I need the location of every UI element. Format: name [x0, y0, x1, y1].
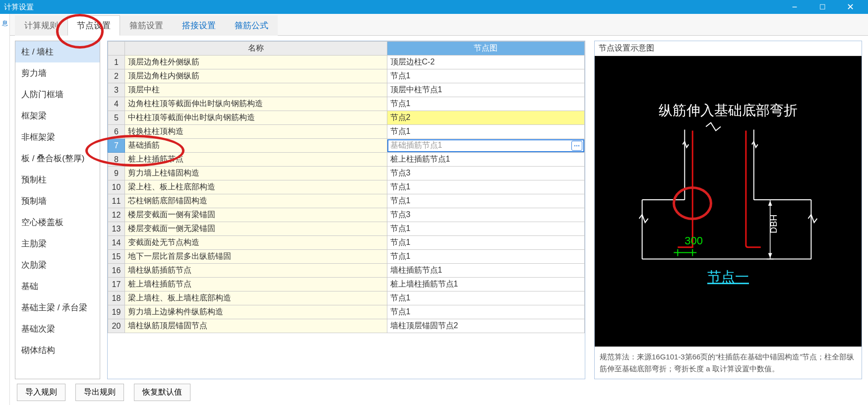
sidebar-item-0[interactable]: 柱 / 墙柱 — [15, 41, 100, 62]
import-rules-button[interactable]: 导入规则 — [17, 384, 65, 401]
sidebar-item-13[interactable]: 基础次梁 — [15, 318, 100, 340]
restore-defaults-button[interactable]: 恢复默认值 — [134, 384, 190, 401]
row-name[interactable]: 基础插筋 — [125, 139, 387, 153]
sidebar-item-4[interactable]: 非框架梁 — [15, 126, 100, 148]
row-node[interactable]: 节点1 — [387, 97, 584, 111]
sidebar-item-11[interactable]: 基础 — [15, 276, 100, 297]
export-rules-button[interactable]: 导出规则 — [75, 384, 124, 401]
table-row[interactable]: 8桩上柱插筋节点桩上柱插筋节点1 — [108, 153, 585, 167]
row-node[interactable]: 节点3 — [387, 208, 584, 222]
row-name[interactable]: 芯柱钢筋底部锚固构造 — [125, 194, 387, 208]
table-row[interactable]: 1顶层边角柱外侧纵筋顶层边柱C-2 — [108, 56, 585, 69]
row-node[interactable]: 节点1 — [387, 125, 584, 139]
diagram-dimension-value: 300 — [684, 234, 703, 247]
row-name[interactable]: 桩上柱插筋节点 — [125, 153, 387, 167]
row-node[interactable]: 节点1 — [387, 291, 584, 305]
table-row[interactable]: 6转换柱柱顶构造节点1 — [108, 125, 585, 139]
sidebar-item-2[interactable]: 人防门框墙 — [15, 84, 100, 105]
row-name[interactable]: 梁上墙柱、板上墙柱底部构造 — [125, 291, 387, 305]
row-number: 11 — [108, 194, 125, 208]
minimize-button[interactable] — [781, 0, 808, 14]
table-row[interactable]: 12楼层变截面一侧有梁锚固节点3 — [108, 208, 585, 222]
row-name[interactable]: 变截面处无节点构造 — [125, 236, 387, 250]
sidebar-item-1[interactable]: 剪力墙 — [15, 62, 100, 84]
sidebar-item-5[interactable]: 板 / 叠合板(整厚) — [15, 148, 100, 169]
row-name[interactable]: 中柱柱顶等截面伸出时纵向钢筋构造 — [125, 111, 387, 125]
row-name[interactable]: 梁上柱、板上柱底部构造 — [125, 180, 387, 194]
table-row[interactable]: 15地下一层比首层多出纵筋锚固节点1 — [108, 250, 585, 264]
row-node[interactable]: 顶层中柱节点1 — [387, 83, 584, 97]
tab-4[interactable]: 箍筋公式 — [225, 15, 278, 36]
tab-1[interactable]: 节点设置 — [67, 15, 120, 36]
sidebar-item-12[interactable]: 基础主梁 / 承台梁 — [15, 297, 100, 318]
row-name[interactable]: 剪力墙上边缘构件纵筋构造 — [125, 305, 387, 319]
cell-editor[interactable]: 基础插筋节点1⋯ — [387, 139, 584, 152]
row-node[interactable]: 节点1 — [387, 180, 584, 194]
row-node[interactable]: 桩上墙柱插筋节点1 — [387, 278, 584, 291]
table-row[interactable]: 3顶层中柱顶层中柱节点1 — [108, 83, 585, 97]
row-name[interactable]: 桩上墙柱插筋节点 — [125, 278, 387, 291]
table-row[interactable]: 11芯柱钢筋底部锚固构造节点1 — [108, 194, 585, 208]
table-row[interactable]: 16墙柱纵筋插筋节点墙柱插筋节点1 — [108, 264, 585, 278]
table-row[interactable]: 7基础插筋基础插筋节点1⋯ — [108, 139, 585, 153]
sidebar-item-6[interactable]: 预制柱 — [15, 169, 100, 190]
row-name[interactable]: 顶层边角柱外侧纵筋 — [125, 56, 387, 69]
row-node[interactable]: 节点1 — [387, 69, 584, 83]
tab-3[interactable]: 搭接设置 — [173, 15, 225, 36]
table-row[interactable]: 19剪力墙上边缘构件纵筋构造节点1 — [108, 305, 585, 319]
row-node[interactable]: 节点3 — [387, 167, 584, 180]
row-name[interactable]: 剪力墙上柱锚固构造 — [125, 167, 387, 180]
row-node[interactable]: 节点1 — [387, 250, 584, 264]
table-row[interactable]: 20墙柱纵筋顶层锚固节点墙柱顶层锚固节点2 — [108, 319, 585, 333]
row-name[interactable]: 转换柱柱顶构造 — [125, 125, 387, 139]
window-controls — [781, 0, 864, 14]
table-row[interactable]: 17桩上墙柱插筋节点桩上墙柱插筋节点1 — [108, 278, 585, 291]
sidebar-item-10[interactable]: 次肋梁 — [15, 254, 100, 276]
table-row[interactable]: 4边角柱柱顶等截面伸出时纵向钢筋构造节点1 — [108, 97, 585, 111]
col-header-name[interactable]: 名称 — [125, 42, 387, 56]
sidebar-item-3[interactable]: 框架梁 — [15, 105, 100, 126]
row-name[interactable]: 地下一层比首层多出纵筋锚固 — [125, 250, 387, 264]
row-node[interactable]: 基础插筋节点1⋯ — [387, 139, 584, 153]
row-name[interactable]: 墙柱纵筋插筋节点 — [125, 264, 387, 278]
row-node[interactable]: 桩上柱插筋节点1 — [387, 153, 584, 167]
row-node[interactable]: 节点1 — [387, 305, 584, 319]
maximize-button[interactable] — [808, 0, 836, 14]
row-node[interactable]: 节点1 — [387, 194, 584, 208]
browse-button[interactable]: ⋯ — [571, 141, 582, 151]
row-node[interactable]: 节点1 — [387, 222, 584, 236]
close-button[interactable] — [836, 0, 864, 14]
sidebar-item-9[interactable]: 主肋梁 — [15, 233, 100, 254]
diagram-title-text: 纵筋伸入基础底部弯折 — [659, 103, 798, 118]
col-header-node[interactable]: 节点图 — [387, 42, 584, 56]
row-name[interactable]: 边角柱柱顶等截面伸出时纵向钢筋构造 — [125, 97, 387, 111]
row-node[interactable]: 墙柱顶层锚固节点2 — [387, 319, 584, 333]
table-row[interactable]: 2顶层边角柱内侧纵筋节点1 — [108, 69, 585, 83]
sidebar-item-8[interactable]: 空心楼盖板 — [15, 212, 100, 233]
table-row[interactable]: 18梁上墙柱、板上墙柱底部构造节点1 — [108, 291, 585, 305]
row-number: 7 — [108, 139, 125, 153]
row-node[interactable]: 节点2 — [387, 111, 584, 125]
table-row[interactable]: 14变截面处无节点构造节点1 — [108, 236, 585, 250]
table-row[interactable]: 5中柱柱顶等截面伸出时纵向钢筋构造节点2 — [108, 111, 585, 125]
row-node[interactable]: 顶层边柱C-2 — [387, 56, 584, 69]
window-title: 计算设置 — [4, 2, 781, 12]
sidebar-category-list[interactable]: 柱 / 墙柱剪力墙人防门框墙框架梁非框架梁板 / 叠合板(整厚)预制柱预制墙空心… — [15, 41, 100, 379]
sidebar-item-7[interactable]: 预制墙 — [15, 190, 100, 212]
col-header-rownum — [108, 42, 125, 56]
edge-icon: 息 — [0, 14, 10, 33]
tab-0[interactable]: 计算规则 — [15, 15, 67, 36]
row-name[interactable]: 顶层边角柱内侧纵筋 — [125, 69, 387, 83]
sidebar-item-14[interactable]: 砌体结构 — [15, 340, 100, 361]
row-node[interactable]: 墙柱插筋节点1 — [387, 264, 584, 278]
table-row[interactable]: 9剪力墙上柱锚固构造节点3 — [108, 167, 585, 180]
table-row[interactable]: 13楼层变截面一侧无梁锚固节点1 — [108, 222, 585, 236]
row-node[interactable]: 节点1 — [387, 236, 584, 250]
diagram-node-label: 节点一 — [707, 269, 749, 285]
tab-2[interactable]: 箍筋设置 — [120, 15, 173, 36]
row-name[interactable]: 顶层中柱 — [125, 83, 387, 97]
table-row[interactable]: 10梁上柱、板上柱底部构造节点1 — [108, 180, 585, 194]
row-name[interactable]: 楼层变截面一侧无梁锚固 — [125, 222, 387, 236]
row-name[interactable]: 墙柱纵筋顶层锚固节点 — [125, 319, 387, 333]
row-name[interactable]: 楼层变截面一侧有梁锚固 — [125, 208, 387, 222]
